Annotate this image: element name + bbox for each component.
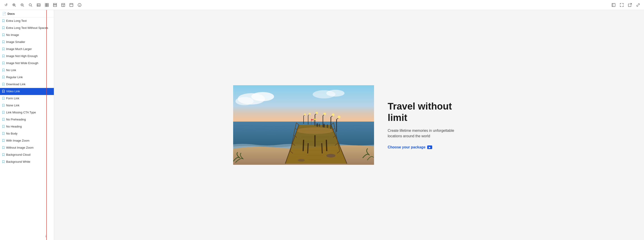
sidebar-item-label-without-image-zoom: Without Image Zoom — [6, 146, 34, 150]
content-area: Travel without limit Create lifetime mem… — [54, 10, 644, 240]
sidebar-item-no-image[interactable]: No Image — [0, 32, 54, 39]
sidebar-item-with-image-zoom[interactable]: With Image Zoom — [0, 137, 54, 144]
sidebar-item-background-cloud[interactable]: Background Cloud — [0, 151, 54, 158]
hero-text-block: Travel without limit Create lifetime mem… — [374, 101, 465, 150]
svg-line-8 — [31, 6, 32, 6]
sidebar-item-background-white[interactable]: Background White — [0, 158, 54, 166]
sidebar-item-image-not-wide-enough[interactable]: Image Not Wide Enough — [0, 60, 54, 67]
hero-cta-link[interactable]: Choose your package ▶ — [388, 145, 456, 149]
sidebar-item-no-body[interactable]: No Body — [0, 130, 54, 137]
svg-line-58 — [308, 143, 308, 154]
svg-line-5 — [23, 6, 24, 6]
svg-point-71 — [324, 113, 326, 115]
sidebar-item-image-not-high-enough[interactable]: Image Not High Enough — [0, 53, 54, 60]
sidebar-item-icon-no-heading — [2, 125, 4, 129]
zoom-out-button[interactable] — [19, 2, 26, 8]
hero-card: Travel without limit Create lifetime mem… — [224, 72, 474, 178]
sidebar-item-icon-no-preheading — [2, 118, 4, 122]
docs-icon: 📄 — [2, 12, 6, 16]
info-button[interactable] — [76, 2, 83, 8]
hero-image — [233, 85, 374, 165]
sidebar-item-icon-image-much-larger — [2, 48, 4, 51]
sidebar-item-link-missing-cta-type[interactable]: Link Missing CTA Type — [0, 109, 54, 116]
grid-button[interactable] — [44, 2, 50, 8]
sidebar-item-without-image-zoom[interactable]: Without Image Zoom — [0, 144, 54, 151]
sidebar-item-label-form-link: Form Link — [6, 96, 19, 100]
sidebar-item-extra-long-text[interactable]: Extra Long Text — [0, 18, 54, 24]
sidebar-item-icon-with-image-zoom — [2, 139, 4, 143]
svg-point-88 — [297, 127, 333, 134]
sidebar-item-no-heading[interactable]: No Heading — [0, 123, 54, 130]
svg-point-33 — [326, 90, 344, 96]
svg-rect-12 — [47, 4, 48, 5]
sidebar-item-label-video-link: Video Link — [6, 90, 20, 94]
sidebar-item-icon-regular-link — [2, 76, 4, 79]
toolbar-left: ↺ — [3, 2, 83, 8]
svg-point-84 — [323, 124, 325, 128]
layout2-button[interactable] — [60, 2, 66, 8]
sidebar-item-image-smaller[interactable]: Image Smaller — [0, 39, 54, 46]
svg-point-68 — [316, 112, 318, 114]
svg-point-62 — [304, 114, 306, 115]
zoom-reset-button[interactable] — [27, 2, 34, 8]
zoom-in-button[interactable] — [11, 2, 17, 8]
svg-rect-20 — [70, 4, 73, 6]
video-icon: ▶ — [427, 146, 432, 149]
sidebar-item-label-background-cloud: Background Cloud — [6, 153, 30, 157]
sidebar-item-label-extra-long-text-without-spaces: Extra Long Text Without Spaces — [6, 26, 48, 30]
sidebar-item-label-regular-link: Regular Link — [6, 76, 23, 79]
sidebar-item-regular-link[interactable]: Regular Link — [0, 74, 54, 81]
svg-rect-14 — [47, 5, 48, 6]
sidebar-item-label-link-missing-cta-type: Link Missing CTA Type — [6, 111, 36, 114]
sidebar-item-label-image-smaller: Image Smaller — [6, 40, 25, 44]
svg-point-74 — [332, 114, 334, 116]
sidebar-item-icon-download-link — [2, 83, 4, 86]
sidebar-toggle-button[interactable] — [610, 2, 617, 8]
sidebar-item-no-preheading[interactable]: No Preheading — [0, 116, 54, 123]
refresh-button[interactable]: ↺ — [3, 2, 9, 8]
sidebar-items-list: Extra Long Text Extra Long Text Without … — [0, 18, 54, 166]
toolbar: ↺ — [0, 0, 644, 10]
sidebar-item-video-link[interactable]: Video Link — [0, 88, 54, 95]
sidebar-item-download-link[interactable]: Download Link — [0, 81, 54, 88]
sidebar-item-icon-no-link — [2, 69, 4, 72]
svg-point-86 — [326, 154, 336, 158]
sidebar-item-no-link[interactable]: No Link — [0, 67, 54, 74]
layout1-button[interactable] — [52, 2, 58, 8]
sidebar-item-icon-form-link — [2, 97, 4, 100]
svg-point-85 — [327, 124, 328, 128]
toolbar-right — [610, 2, 641, 8]
hero-title: Travel without limit — [388, 101, 456, 124]
sidebar-item-label-image-not-high-enough: Image Not High Enough — [6, 54, 38, 58]
svg-rect-16 — [54, 5, 56, 6]
image-button[interactable] — [36, 2, 42, 8]
sidebar-item-icon-background-white — [2, 160, 4, 164]
layout3-button[interactable] — [68, 2, 74, 8]
svg-point-10 — [38, 4, 38, 5]
sidebar-item-form-link[interactable]: Form Link — [0, 95, 54, 102]
hero-body: Create lifetime memories in unforgettabl… — [388, 128, 456, 139]
sidebar-item-label-image-not-wide-enough: Image Not Wide Enough — [6, 61, 38, 65]
popout-button[interactable] — [627, 2, 633, 8]
sidebar-item-label-no-image: No Image — [6, 33, 19, 37]
svg-rect-25 — [612, 4, 615, 6]
sidebar-item-label-no-body: No Body — [6, 132, 18, 136]
svg-line-55 — [303, 140, 304, 151]
main-layout: 📄 Docs ↓ Extra Long Text Extra Long Text… — [0, 10, 644, 240]
svg-point-65 — [309, 113, 311, 115]
svg-point-31 — [236, 97, 254, 105]
sidebar-item-icon-no-body — [2, 132, 4, 136]
svg-rect-13 — [45, 5, 46, 6]
link-copy-button[interactable] — [635, 2, 641, 8]
svg-rect-11 — [45, 4, 46, 5]
sidebar-item-icon-extra-long-text — [2, 19, 4, 23]
sidebar-item-icon-video-link — [2, 90, 4, 94]
svg-point-30 — [251, 92, 274, 101]
sidebar-item-extra-long-text-without-spaces[interactable]: Extra Long Text Without Spaces — [0, 24, 54, 32]
sidebar-item-icon-without-image-zoom — [2, 146, 4, 150]
fullscreen-button[interactable] — [618, 2, 625, 8]
sidebar-item-image-much-larger[interactable]: Image Much Larger — [0, 46, 54, 53]
hero-cta-label: Choose your package — [388, 145, 426, 149]
sidebar-item-none-link[interactable]: None Link — [0, 102, 54, 109]
sidebar-item-label-none-link: None Link — [6, 104, 20, 108]
